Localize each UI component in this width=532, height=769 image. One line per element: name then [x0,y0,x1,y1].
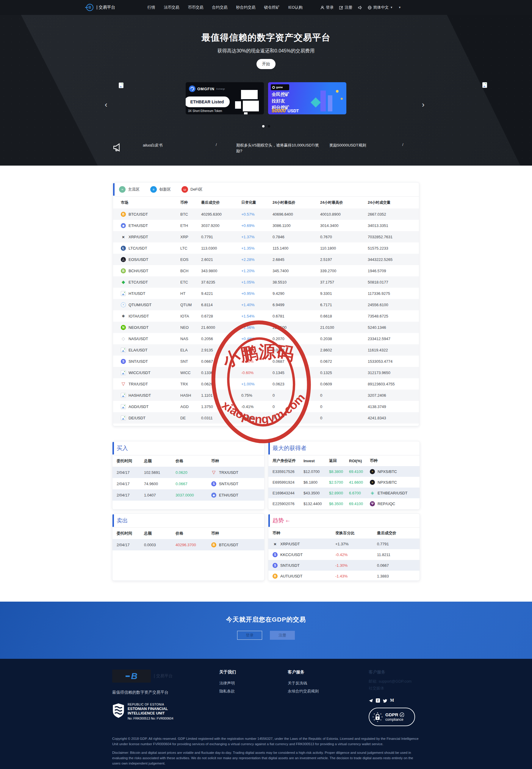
footer-about-column: 关于我们 法律声明 隐私条款 [219,670,288,726]
trend-row[interactable]: S SNT/USDT -1.30% 0.0667 [268,560,420,570]
svg-text:★: ★ [377,712,378,714]
footer-support-email[interactable]: 邮箱: support@GDP.com [369,678,420,685]
trend-row[interactable]: S KKCC/USDT -0.42% 11.8211 [268,549,420,560]
banner-omgfin[interactable]: OMGFIN Exchange ETHBEAR Listed 3X Short … [186,82,264,114]
market-row[interactable]: • QTUM/USDT QTUM 6.8114 +1.40% 6.9499 6.… [113,299,419,310]
market-row[interactable]: DE/USDT DE 0.0311 -1.09% 0 0 4241.8343 [113,412,419,423]
market-row[interactable]: WICC/USDT WICC 0.1336 -0.60% 0.1345 0.13… [113,367,419,378]
trend-row[interactable]: B AUTU/USDT -1.43% 1.3883 [268,570,420,581]
market-row[interactable]: N NEO/USDT NEO 21.6000 +2.56% 22.0500 21… [113,322,419,333]
high-24h: 0.2038 [320,337,368,341]
order-amount: 74.9600 [144,482,176,486]
earner-row[interactable]: E169643244 $43.3500 $2.8900 6.6700 ◈ ETH… [268,487,420,498]
estonia-shield-icon [112,703,125,718]
news-item[interactable]: ailuo白皮书 [143,142,216,148]
cta-register-button[interactable]: 注册 [270,631,295,640]
telegram-icon[interactable] [369,698,373,703]
market-row[interactable]: HT/USDT HT 9.4221 +0.95% 9.4290 9.3301 1… [113,288,419,299]
footer-link-legal[interactable]: 法律声明 [219,679,288,687]
tab-mainstream[interactable]: ≈ 主流区 [119,186,140,193]
low-24h: 115.1400 [273,246,320,251]
coin-icon: S [211,481,216,486]
buy-row[interactable]: 2/04/17 74.9600 0.0667 S SNT/USDT [112,478,264,489]
footer-logo: B [112,670,151,683]
pair-label: NPXS/BTC [378,469,397,474]
tab-innovation[interactable]: ≡ 创新区 [150,186,171,193]
svg-text:★: ★ [377,720,378,722]
market-row[interactable]: △ EOS/USDT EOS 2.6021 +2.28% 2.6845 2.51… [113,254,419,265]
cta-login-button[interactable]: 登录 [237,631,262,640]
market-row[interactable]: ▽ TRX/USDT TRX 0.0620 +1.00% 0.0623 0.06… [113,378,419,390]
earner-row[interactable]: E225902076 $132.4400 $6.3500 69.4100 Ψ R… [268,498,420,509]
register-link[interactable]: 注册 [339,5,352,10]
sell-row[interactable]: 2/04/17 0.0003 40296.3700 B BTC/USDT [112,539,264,550]
last-price: 0.7791 [201,235,241,239]
globe-icon [368,6,372,10]
buy-row[interactable]: 2/04/17 1.0407 3037.0000 ◆ ETH/USDT [112,489,264,501]
nav-item-markets[interactable]: 行情 [148,5,155,10]
change-percent: -1.43% [335,574,377,579]
market-row[interactable]: ELA/USDT ELA 2.9135 -1.10% 3.0202 2.8602… [113,344,419,356]
footer-link-aml[interactable]: 关于反洗钱 [288,679,369,687]
banner-carousel: OMGFIN Exchange ETHBEAR Listed 3X Short … [0,82,532,114]
order-time: 2/04/17 [117,543,144,547]
cta-band: 今天就开启您在GDP的交易 登录 注册 [0,602,532,659]
banner-graphic-rect [243,101,259,111]
carousel-dot[interactable] [268,125,270,127]
pair-cell: B BTC/USDT [211,542,260,547]
volume-24h: 73548.6725 [368,314,411,318]
tab-defi[interactable]: ω DeFi区 [181,186,202,193]
trend-row[interactable]: × XRP/USDT +1.37% 0.7791 [268,538,420,549]
pair-cell: ▽ TRX/USDT [211,470,260,475]
market-row[interactable]: × XRP/USDT XRP 0.7791 +1.37% 0.7846 0.76… [113,231,419,243]
earner-row[interactable]: E335917526 $12.0700 $8.3800 69.4100 × NP… [268,466,420,477]
nav-item-fiat[interactable]: 法币交易 [164,5,179,10]
buy-row[interactable]: 2/04/17 102.5691 0.0620 ▽ TRX/USDT [112,467,264,478]
earner-row[interactable]: E695991924 $6.1800 $2.5700 41.6600 × NPX… [268,477,420,487]
footer-link-privacy[interactable]: 隐私条款 [219,687,288,695]
carousel-dot-active[interactable] [262,125,265,127]
facebook-icon[interactable]: f [376,698,380,703]
announcement-speaker-icon[interactable] [358,6,362,10]
last-price: 0.0620 [201,382,241,386]
nav-item-second-contract[interactable]: 秒合约交易 [236,5,256,10]
market-row[interactable]: HASH/USDT HASH 1.1101 0.75% 0 0 3207.240… [113,390,419,401]
pair-label: ETH/USDT [129,224,148,228]
twitter-icon[interactable] [383,698,387,703]
market-row[interactable]: Ł LTC/USDT LTC 113.0300 +1.35% 115.1400 … [113,243,419,254]
carousel-next-arrow[interactable]: › [422,101,425,108]
pair-label: QTUM/USDT [129,303,151,307]
medium-icon[interactable]: M [390,698,394,703]
language-selector[interactable]: 简体中文 ▼ [368,5,393,10]
top-earners-title-row: 最大的获得者 [268,441,420,455]
estonia-license-badge: REPUBLIC OF ESTONIA ESTONIAN FINANCIAL I… [112,703,219,720]
nav-chevron-down-icon[interactable]: ▼ [398,6,401,9]
market-row[interactable]: B BTC/USDT BTC 40295.6300 +0.57% 40696.6… [113,209,419,220]
pair-cell: × NPXS/BTC [370,480,415,485]
market-row[interactable]: ◆ ETH/USDT ETH 3037.9200 +0.69% 3086.110… [113,220,419,231]
low-24h: 0 [273,393,320,398]
pair-cell: × NPXS/BTC [370,469,415,474]
login-link[interactable]: 登录 [320,5,334,10]
nav-item-ieo[interactable]: IEO认购 [288,5,303,10]
nav-item-mining[interactable]: 锁仓挖矿 [264,5,280,10]
banner-graphic-rect [244,112,248,114]
brand-logo[interactable]: B | 交易平台 [85,3,115,12]
carousel-prev-arrow[interactable]: ‹ [105,101,107,108]
market-row[interactable]: ◇ NAS/USDT NAS 0.2056 +0.48% 0.2070 0.20… [113,333,419,344]
news-item[interactable]: 期权多头VS期权空头，谁将赢得10,000USDT/奖励? [236,142,329,154]
banner-mining[interactable]: game 全民挖矿 拉好友 积分挖矿 50000 USDT [268,82,346,114]
high-24h: 3014.3400 [320,224,368,228]
market-row[interactable]: ◆ ETC/USDT ETC 37.6235 +1.05% 38.5510 37… [113,276,419,288]
start-button[interactable]: 开始 [256,59,276,69]
coin-icon: B [211,542,216,547]
volume-24h: 7032852.7631 [368,235,411,239]
market-row[interactable]: AGD/USDT AGD 1.3750 -0.41% 0 0 4138.3749 [113,401,419,412]
news-item[interactable]: 奖励50000USDT规则 [329,142,402,148]
market-row[interactable]: ∗ IOTA/USDT IOTA 0.6728 +1.54% 0.6781 0.… [113,310,419,322]
nav-item-contract[interactable]: 合约交易 [212,5,228,10]
market-row[interactable]: S SNT/USDT SNT 0.0667 -1.30% 0.0687 0.06… [113,356,419,367]
footer-link-perpetual-rules[interactable]: 永续合约交易规则 [288,687,369,695]
nav-item-spot[interactable]: 币币交易 [188,5,204,10]
market-row[interactable]: B BCH/USDT BCH 343.9800 +1.20% 345.7400 … [113,265,419,276]
